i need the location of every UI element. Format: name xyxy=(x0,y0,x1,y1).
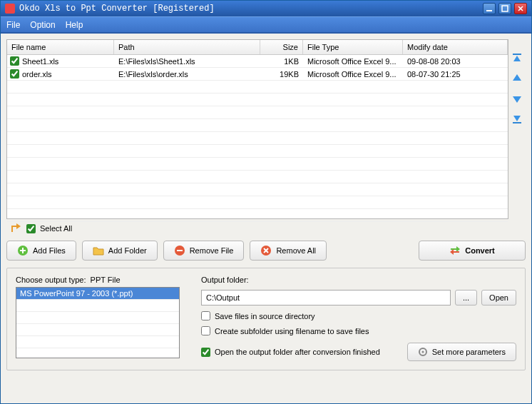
table-row xyxy=(7,106,508,119)
cell-name: Sheet1.xls xyxy=(22,57,58,66)
button-row: Add Files Add Folder Remove File Remove … xyxy=(6,241,526,261)
output-folder-input[interactable] xyxy=(201,290,451,305)
add-files-label: Add Files xyxy=(33,246,66,255)
row-checkbox[interactable] xyxy=(10,69,19,79)
output-type-list[interactable]: MS PowerPoint 97 - 2003 (*.ppt) xyxy=(16,287,180,358)
opt-subfolder[interactable]: Create subfolder using filename to save … xyxy=(201,326,516,335)
open-folder-button[interactable]: Open xyxy=(481,290,516,305)
return-icon xyxy=(11,223,22,233)
table-row xyxy=(7,171,508,183)
table-row xyxy=(7,132,508,145)
row-checkbox[interactable] xyxy=(10,56,19,66)
app-window: Okdo Xls to Ppt Converter [Registered] F… xyxy=(0,0,532,404)
x-icon xyxy=(260,245,272,256)
output-settings-col: Output folder: ... Open Save files in so… xyxy=(201,276,516,361)
reorder-arrows xyxy=(508,39,526,219)
content-area: File name Path Size File Type Modify dat… xyxy=(1,32,531,403)
table-row xyxy=(7,81,508,94)
choose-type-label: Choose output type: PPT File xyxy=(16,276,180,284)
table-row xyxy=(7,119,508,132)
close-button[interactable] xyxy=(514,3,527,14)
svg-marker-5 xyxy=(513,56,521,61)
choose-type-text: Choose output type: xyxy=(16,276,86,284)
menu-file[interactable]: File xyxy=(6,20,20,30)
list-item xyxy=(16,312,179,324)
plus-icon xyxy=(17,245,29,256)
file-grid: File name Path Size File Type Modify dat… xyxy=(6,39,508,219)
cell-date: 08-07-30 21:25 xyxy=(403,70,508,79)
table-row xyxy=(7,145,508,158)
opt-save-source-label: Save files in source directory xyxy=(215,312,315,320)
svg-rect-9 xyxy=(513,122,521,123)
opt-subfolder-checkbox[interactable] xyxy=(201,326,210,335)
cell-path: E:\Files\xls\order.xls xyxy=(114,70,260,79)
col-filetype[interactable]: File Type xyxy=(303,40,403,54)
opt-open-after-checkbox[interactable] xyxy=(201,348,210,357)
menubar: File Option Help xyxy=(1,16,531,32)
type-option-ppt[interactable]: MS PowerPoint 97 - 2003 (*.ppt) xyxy=(16,288,179,300)
choose-type-value: PPT File xyxy=(91,276,121,284)
convert-button[interactable]: Convert xyxy=(419,241,526,261)
list-item xyxy=(16,300,179,312)
folder-icon xyxy=(93,245,104,256)
grid-header: File name Path Size File Type Modify dat… xyxy=(7,40,508,55)
cell-path: E:\Files\xls\Sheet1.xls xyxy=(114,57,260,66)
output-folder-label: Output folder: xyxy=(201,276,516,284)
maximize-icon xyxy=(501,5,508,12)
opt-subfolder-label: Create subfolder using filename to save … xyxy=(215,327,369,335)
select-all-row: Select All xyxy=(6,219,526,241)
move-up-button[interactable] xyxy=(511,72,523,85)
set-more-parameters-label: Set more parameters xyxy=(432,348,506,356)
col-filename[interactable]: File name xyxy=(7,40,114,54)
remove-all-label: Remove All xyxy=(276,246,316,255)
opt-open-after-label: Open the output folder after conversion … xyxy=(215,348,380,356)
col-date[interactable]: Modify date xyxy=(403,40,508,54)
opt-open-after[interactable]: Open the output folder after conversion … xyxy=(201,348,397,357)
opt-save-source[interactable]: Save files in source directory xyxy=(201,311,516,320)
cell-size: 1KB xyxy=(260,57,303,66)
svg-rect-1 xyxy=(502,6,508,11)
convert-label: Convert xyxy=(465,246,495,255)
move-down-button[interactable] xyxy=(511,92,523,105)
cell-date: 09-08-08 20:03 xyxy=(403,57,508,66)
set-more-parameters-button[interactable]: Set more parameters xyxy=(407,343,516,361)
svg-marker-6 xyxy=(513,74,521,81)
svg-rect-0 xyxy=(486,10,492,11)
grid-body: Sheet1.xlsE:\Files\xls\Sheet1.xls1KBMicr… xyxy=(7,55,508,222)
table-row xyxy=(7,196,508,209)
table-row xyxy=(7,94,508,106)
add-folder-button[interactable]: Add Folder xyxy=(82,241,158,261)
move-top-button[interactable] xyxy=(511,52,523,65)
browse-button[interactable]: ... xyxy=(455,290,477,305)
select-all-checkbox[interactable] xyxy=(26,224,36,233)
cell-size: 19KB xyxy=(260,70,303,79)
select-all-label: Select All xyxy=(40,224,72,233)
minus-icon xyxy=(174,245,185,256)
maximize-button[interactable] xyxy=(498,3,511,14)
svg-marker-10 xyxy=(16,223,21,229)
remove-file-button[interactable]: Remove File xyxy=(163,241,245,261)
col-path[interactable]: Path xyxy=(114,40,260,54)
remove-file-label: Remove File xyxy=(190,246,234,255)
minimize-button[interactable] xyxy=(483,3,496,14)
svg-rect-4 xyxy=(513,54,521,55)
convert-icon xyxy=(449,245,461,256)
opt-save-source-checkbox[interactable] xyxy=(201,311,210,320)
move-bottom-button[interactable] xyxy=(511,112,523,125)
svg-point-20 xyxy=(421,351,424,353)
close-icon xyxy=(517,5,524,12)
add-files-button[interactable]: Add Files xyxy=(6,241,76,261)
table-row[interactable]: order.xlsE:\Files\xls\order.xls19KBMicro… xyxy=(7,68,508,81)
app-icon xyxy=(5,4,15,14)
remove-all-button[interactable]: Remove All xyxy=(250,241,327,261)
menu-help[interactable]: Help xyxy=(66,20,83,30)
cell-type: Microsoft Office Excel 9... xyxy=(303,70,403,79)
menu-option[interactable]: Option xyxy=(30,20,55,30)
titlebar: Okdo Xls to Ppt Converter [Registered] xyxy=(1,1,531,16)
table-row[interactable]: Sheet1.xlsE:\Files\xls\Sheet1.xls1KBMicr… xyxy=(7,55,508,68)
table-row xyxy=(7,183,508,196)
gear-icon xyxy=(418,347,428,357)
bottom-panel: Choose output type: PPT File MS PowerPoi… xyxy=(6,268,526,370)
col-size[interactable]: Size xyxy=(260,40,303,54)
svg-rect-13 xyxy=(20,250,26,251)
